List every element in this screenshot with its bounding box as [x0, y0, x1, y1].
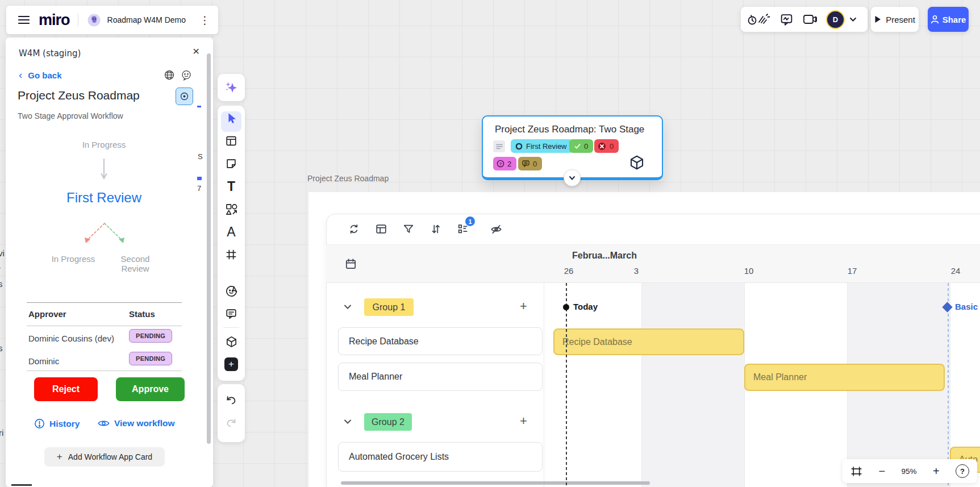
- apps-tool[interactable]: [218, 330, 245, 353]
- more-tools-button[interactable]: +: [218, 353, 245, 376]
- workflow-app-card[interactable]: Project Zeus Roadmap: Two Stage First Re…: [482, 115, 663, 180]
- today-label: Today: [573, 302, 598, 311]
- clipped-canvas-mark: [197, 177, 202, 180]
- today-marker-line: [566, 283, 567, 487]
- reactions-icon[interactable]: [748, 12, 770, 27]
- share-button[interactable]: Share: [928, 7, 969, 32]
- comment-icon: [522, 160, 529, 167]
- sync-icon[interactable]: [348, 223, 360, 235]
- chevron-down-icon: [569, 176, 576, 181]
- workflow-previous-state: In Progress: [61, 140, 147, 149]
- fields-icon[interactable]: 1: [457, 223, 469, 235]
- rejected-badge: 0: [594, 139, 619, 153]
- app-cube-icon: [628, 154, 645, 171]
- fit-to-screen-icon[interactable]: [850, 465, 862, 477]
- help-icon[interactable]: ?: [956, 464, 969, 478]
- x-circle-icon: [598, 142, 606, 151]
- globe-icon[interactable]: [164, 69, 175, 81]
- view-workflow-link[interactable]: View workflow: [98, 418, 175, 428]
- ai-assist-button[interactable]: [218, 74, 245, 101]
- panel-scrollbar[interactable]: [207, 53, 211, 444]
- comment-tool[interactable]: [218, 302, 245, 325]
- kebab-menu-icon[interactable]: ⋮: [199, 15, 210, 26]
- group-collapse-chevron[interactable]: [343, 303, 352, 310]
- divider: [27, 371, 182, 371]
- frame-title[interactable]: Project Zeus Roadmap: [307, 174, 389, 183]
- go-back-link[interactable]: ‹ Go back: [19, 69, 62, 81]
- locate-card-button[interactable]: [176, 88, 193, 105]
- zoom-out-button[interactable]: −: [878, 465, 885, 478]
- main-toolbar: T A +: [218, 106, 245, 381]
- user-avatar[interactable]: D: [826, 10, 845, 29]
- panel-app-title: W4M (staging): [19, 48, 81, 59]
- group-1-badge[interactable]: Group 1: [364, 298, 414, 316]
- workflow-branch-arrows: [78, 220, 131, 247]
- header-divider: [78, 13, 78, 27]
- comments-icon[interactable]: [779, 13, 794, 27]
- add-item-button[interactable]: +: [520, 299, 527, 314]
- redo-button[interactable]: [218, 411, 245, 434]
- date-tick: 26: [564, 266, 574, 276]
- sort-icon[interactable]: [429, 223, 442, 235]
- board-title[interactable]: Roadmap W4M Demo: [107, 15, 186, 24]
- milestone-label: Basic: [955, 302, 978, 311]
- shapes-tool[interactable]: [218, 198, 245, 220]
- workflow-down-arrow: [99, 158, 109, 182]
- reject-button[interactable]: Reject: [34, 377, 98, 401]
- add-workflow-app-card-button[interactable]: + Add Workflow App Card: [44, 447, 165, 467]
- status-badge: PENDING: [129, 329, 172, 343]
- status-column-header: Status: [129, 309, 155, 319]
- zoom-level[interactable]: 95%: [901, 467, 916, 476]
- templates-tool[interactable]: [218, 130, 245, 152]
- approved-badge: 0: [569, 139, 593, 153]
- card-expand-button[interactable]: [564, 169, 581, 186]
- video-chat-icon[interactable]: [803, 13, 818, 26]
- project-title: Project Zeus Roadmap: [18, 89, 140, 102]
- w4m-panel: W4M (staging) × ‹ Go back Project Zeus R…: [6, 38, 213, 487]
- divider: [27, 326, 182, 326]
- canvas-clipped-text: s: [0, 279, 3, 289]
- date-tick: 10: [744, 266, 754, 276]
- stickers-tool[interactable]: [218, 280, 245, 302]
- gantt-bar[interactable]: Meal Planner: [744, 364, 945, 391]
- timeline-row-label[interactable]: Automated Grocery Lists: [338, 442, 543, 472]
- calendar-icon[interactable]: [344, 257, 357, 270]
- select-tool[interactable]: [218, 107, 245, 130]
- hide-icon[interactable]: [490, 223, 503, 236]
- hamburger-menu-icon[interactable]: [18, 15, 30, 24]
- filter-icon[interactable]: [402, 223, 415, 235]
- pen-tool[interactable]: A: [218, 220, 245, 243]
- timeline-row-label[interactable]: Recipe Database: [338, 327, 543, 355]
- close-icon[interactable]: ×: [193, 44, 199, 58]
- avatar-chevron-icon[interactable]: [849, 17, 857, 22]
- feedback-smiley-icon[interactable]: [181, 69, 192, 81]
- column-divider: [544, 283, 544, 487]
- timeline-horizontal-scrollbar[interactable]: [341, 481, 650, 485]
- undo-button[interactable]: [218, 389, 245, 411]
- board-header: miro Roadmap W4M Demo ⋮: [6, 6, 218, 34]
- canvas-clipped-text: ri: [0, 428, 3, 438]
- add-item-button[interactable]: +: [520, 414, 527, 428]
- today-marker-dot: [563, 304, 569, 310]
- sticky-note-tool[interactable]: [218, 152, 245, 175]
- group-2-badge[interactable]: Group 2: [364, 413, 412, 431]
- timeline-header: [326, 244, 980, 283]
- zoom-controls: − 95% + ?: [843, 459, 977, 483]
- text-tool[interactable]: T: [218, 175, 245, 198]
- svg-text:?: ?: [499, 161, 502, 167]
- status-badge: First Review: [511, 139, 573, 153]
- fields-count-badge: 1: [465, 217, 475, 226]
- zoom-in-button[interactable]: +: [933, 465, 940, 478]
- group-collapse-chevron[interactable]: [343, 418, 352, 425]
- undo-redo-card: [218, 384, 245, 442]
- column-divider: [641, 283, 642, 487]
- clipped-canvas-mark: [197, 106, 201, 107]
- timeline-row-label[interactable]: Meal Planner: [338, 363, 543, 391]
- present-button[interactable]: Present: [871, 7, 919, 32]
- approve-button[interactable]: Approve: [116, 377, 185, 401]
- history-link[interactable]: History: [34, 418, 80, 429]
- frame-tool[interactable]: [218, 243, 245, 266]
- layout-icon[interactable]: [375, 223, 387, 235]
- gantt-bar[interactable]: Recipe Database: [553, 328, 744, 355]
- miro-logo[interactable]: miro: [39, 11, 70, 29]
